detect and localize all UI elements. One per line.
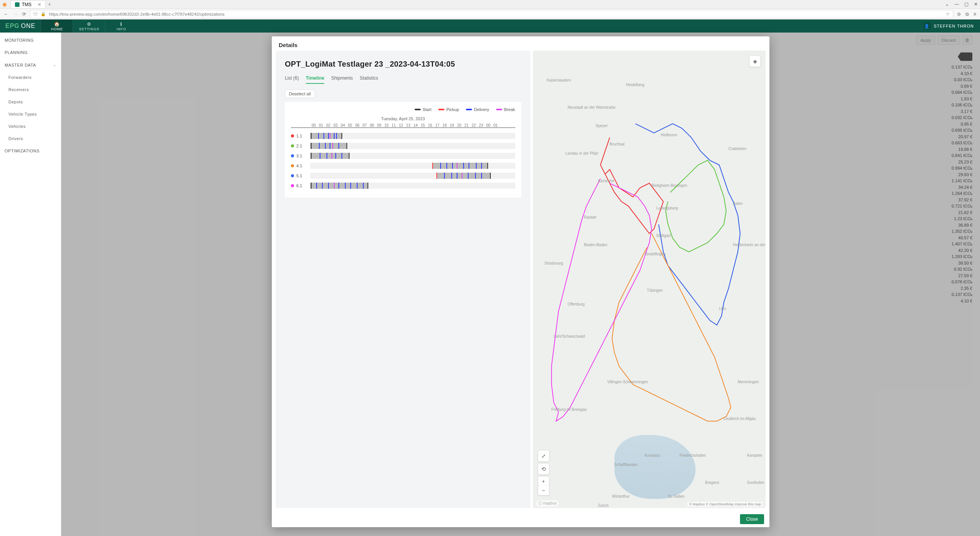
sidebar-item-receivers[interactable]: Receivers [0,83,61,96]
app-header: EPG ONE 🏠HOME⚙SETTINGSℹINFO 👤 STEFFEN TH… [0,20,980,33]
browser-tab[interactable]: TMS ✕ [11,0,46,8]
details-left-panel: OPT_LogiMat Testlager 23 _2023-04-13T04:… [276,51,531,508]
sidebar-item-vehicles[interactable]: Vehicles [0,120,61,132]
route-color-dot [291,134,294,137]
content-pane: Apply Discard 🗑 0.137 tCO₂4.10 €0.03 tCO… [61,33,980,536]
route-color-dot [291,174,294,177]
optimization-title: OPT_LogiMat Testlager 23 _2023-04-13T04:… [285,60,521,69]
map-fullscreen-button[interactable]: ⤢ [538,451,549,461]
tab-title: TMS [22,2,31,7]
sidebar-item-vehicle-types[interactable]: Vehicle Types [0,108,61,120]
window-controls: ⌄ — ▢ ✕ [945,2,978,7]
legend-break: Break [496,107,515,112]
gear-icon: ⚙ [87,21,91,27]
close-window-icon[interactable]: ✕ [974,2,978,7]
detail-tab-list-[interactable]: List (6) [285,75,299,84]
route-color-dot [291,164,294,167]
top-tab-info[interactable]: ℹINFO [105,20,137,33]
map-reset-button[interactable]: ⟲ [538,464,549,474]
timeline-row-3-1[interactable]: 3.1 [291,151,515,161]
timeline-track [310,183,515,189]
timeline-track [310,163,515,169]
forward-icon[interactable]: → [13,11,18,17]
map-zoom-control: + − [538,477,549,495]
close-button[interactable]: Close [740,514,764,524]
user-avatar-icon: 👤 [924,23,931,29]
route-color-dot [291,154,294,157]
timeline-row-6-1[interactable]: 6.1 [291,181,515,191]
map-zoom-out[interactable]: − [538,486,549,495]
legend-delivery: Delivery [466,107,489,112]
timeline-date: Tuesday, April 25, 2023 [291,116,515,121]
chevron-down-icon[interactable]: ⌄ [945,2,949,7]
timeline-row-1-1[interactable]: 1.1 [291,131,515,141]
route-color-dot [291,144,294,147]
route-color-dot [291,184,294,187]
timeline-card: StartPickupDeliveryBreak Tuesday, April … [285,102,521,198]
brand-logo: EPG ONE [0,20,41,33]
sidebar-item-monitoring[interactable]: MONITORING [0,34,61,46]
map-attribution[interactable]: © Mapbox © OpenStreetMap Improve this ma… [688,502,763,507]
chevron-down-icon: ⌄ [53,62,57,67]
url-input[interactable]: 🛡 🔒 https://tms-preview.epg.com/en/home/… [30,10,953,18]
timeline-row-5-1[interactable]: 5.1 [291,171,515,181]
user-name: STEFFEN THRON [934,24,974,28]
back-icon[interactable]: ← [4,11,8,17]
maximize-icon[interactable]: ▢ [964,2,969,7]
reload-icon[interactable]: ⟳ [22,11,26,17]
sidebar-item-depots[interactable]: Depots [0,96,61,108]
deselect-all-button[interactable]: Deselect all [285,90,315,98]
modal-backdrop: Details OPT_LogiMat Testlager 23 _2023-0… [61,33,980,536]
timeline-hour-header: 0001020304050607080910111213141516171819… [291,123,515,128]
extensions-icon[interactable]: ⧉ [965,11,969,17]
legend-start: Start [415,107,431,112]
mapbox-logo: ⓘ mapbox [536,500,559,507]
modal-header: Details [272,36,769,51]
sidebar-item-planning[interactable]: PLANNING [0,46,61,59]
info-icon: ℹ [120,21,122,27]
home-icon: 🏠 [54,21,60,27]
timeline-track [310,173,515,179]
menu-icon[interactable]: ≡ [973,11,976,17]
timeline-track [310,153,515,159]
detail-tab-shipments[interactable]: Shipments [331,75,353,84]
tab-close-icon[interactable]: ✕ [38,2,41,7]
top-tab-settings[interactable]: ⚙SETTINGS [73,20,105,33]
timeline-row-2-1[interactable]: 2.1 [291,141,515,151]
sidebar-item-optimizations[interactable]: OPTIMIZATIONS [0,145,61,157]
new-tab-button[interactable]: + [48,1,51,7]
user-menu[interactable]: 👤 STEFFEN THRON [918,20,980,33]
details-modal: Details OPT_LogiMat Testlager 23 _2023-0… [272,36,769,527]
sidebar-item-forwarders[interactable]: Forwarders [0,71,61,83]
sidebar-item-master-data[interactable]: MASTER DATA⌄ [0,59,61,71]
timeline-track [310,133,515,139]
map-zoom-in[interactable]: + [538,477,549,486]
map-layers-button[interactable]: ◈ [750,56,760,67]
top-tab-home[interactable]: 🏠HOME [41,20,73,33]
shield-icon: 🛡 [33,12,38,16]
minimize-icon[interactable]: — [954,2,959,7]
detail-tab-timeline[interactable]: Timeline [306,75,324,84]
url-text: https://tms-preview.epg.com/en/home/6963… [49,12,225,16]
browser-chrome: ◉ TMS ✕ + ⌄ — ▢ ✕ ← → ⟳ 🛡 🔒 https://tms-… [0,0,980,20]
timeline-row-4-1[interactable]: 4.1 [291,161,515,171]
bookmark-icon[interactable]: ☆ [946,11,950,16]
tab-favicon [15,2,20,7]
browser-titlebar: ◉ TMS ✕ + ⌄ — ▢ ✕ [0,0,980,8]
lock-icon: 🔒 [41,11,46,16]
legend-pickup: Pickup [438,107,459,112]
sidebar: MONITORINGPLANNINGMASTER DATA⌄Forwarders… [0,33,61,536]
account-icon[interactable]: ⊘ [957,11,961,17]
browser-addressbar: ← → ⟳ 🛡 🔒 https://tms-preview.epg.com/en… [0,8,980,19]
timeline-track [310,143,515,149]
sidebar-item-drivers[interactable]: Drivers [0,132,61,145]
map-panel[interactable]: KaiserslauternHeidelbergNeustadt an der … [533,51,766,508]
firefox-icon: ◉ [2,1,7,7]
detail-tab-statistics[interactable]: Statistics [360,75,378,84]
